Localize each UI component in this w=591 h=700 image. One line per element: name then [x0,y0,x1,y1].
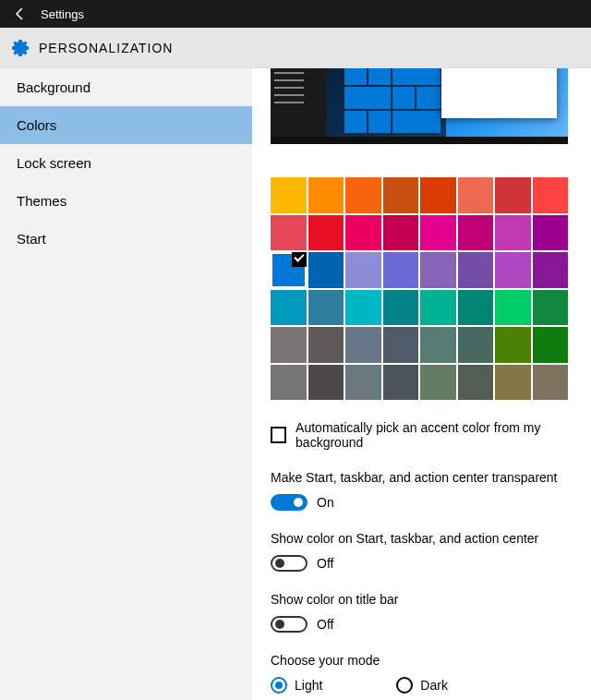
auto-pick-checkbox[interactable] [271,427,286,443]
sidebar: BackgroundColorsLock screenThemesStart [0,68,252,700]
radio-label: Dark [420,678,448,693]
color-swatch-grid [271,177,568,400]
color-swatch[interactable] [533,365,569,401]
color-swatch[interactable] [458,290,494,326]
color-swatch[interactable] [383,215,419,251]
color-swatch[interactable] [533,252,569,288]
color-swatch[interactable] [420,252,456,288]
color-swatch[interactable] [271,327,307,363]
sidebar-item-start[interactable]: Start [0,220,252,258]
color-swatch[interactable] [271,177,307,213]
color-swatch[interactable] [533,215,569,251]
color-swatch[interactable] [495,365,531,401]
color-swatch[interactable] [383,327,419,363]
show-color-toggle[interactable] [271,555,308,572]
color-swatch[interactable] [383,290,419,326]
color-swatch[interactable] [458,252,494,288]
color-swatch[interactable] [345,215,381,251]
color-swatch[interactable] [271,290,307,326]
toggle-state: On [317,495,334,510]
color-swatch[interactable] [345,365,381,401]
color-swatch[interactable] [495,177,531,213]
page-title: PERSONALIZATION [39,41,173,55]
color-swatch[interactable] [271,215,307,251]
color-swatch[interactable] [308,215,344,251]
color-swatch[interactable] [308,327,344,363]
mode-setting: Choose your mode LightDark [271,653,591,694]
color-swatch[interactable] [271,252,307,288]
page-header: PERSONALIZATION [0,28,591,68]
show-color-setting: Show color on Start, taskbar, and action… [271,531,591,572]
color-swatch[interactable] [308,252,344,288]
theme-preview [271,68,568,144]
color-swatch[interactable] [458,365,494,401]
color-swatch[interactable] [420,215,456,251]
setting-title: Show color on Start, taskbar, and action… [271,531,591,546]
toggle-state: Off [317,556,333,571]
mode-radio-group: LightDark [271,677,591,694]
back-button[interactable] [7,1,33,27]
color-swatch[interactable] [495,252,531,288]
arrow-left-icon [13,6,28,21]
color-swatch[interactable] [383,252,419,288]
sidebar-item-themes[interactable]: Themes [0,182,252,220]
auto-pick-label: Automatically pick an accent color from … [296,420,591,450]
color-swatch[interactable] [345,177,381,213]
window-title: Settings [41,7,84,21]
color-swatch[interactable] [420,327,456,363]
color-swatch[interactable] [458,215,494,251]
gear-icon [11,39,30,57]
color-swatch[interactable] [345,290,381,326]
radio-icon [396,677,413,694]
color-swatch[interactable] [420,290,456,326]
color-swatch[interactable] [271,365,307,401]
setting-title: Make Start, taskbar, and action center t… [271,470,591,485]
content: BackgroundColorsLock screenThemesStart [0,68,591,700]
color-swatch[interactable] [495,327,531,363]
color-swatch[interactable] [458,327,494,363]
color-swatch[interactable] [420,177,456,213]
color-swatch[interactable] [458,177,494,213]
color-swatch[interactable] [533,327,569,363]
radio-label: Light [295,678,322,693]
transparent-setting: Make Start, taskbar, and action center t… [271,470,591,511]
color-swatch[interactable] [308,365,344,401]
setting-title: Choose your mode [271,653,591,668]
color-swatch[interactable] [383,177,419,213]
sidebar-item-background[interactable]: Background [0,68,252,106]
setting-title: Show color on title bar [271,592,591,607]
settings-pane: Automatically pick an accent color from … [252,68,591,700]
radio-icon [271,677,287,694]
transparent-toggle[interactable] [271,494,308,511]
color-swatch[interactable] [345,327,381,363]
color-swatch[interactable] [533,177,569,213]
color-swatch[interactable] [420,365,456,401]
titlebar: Settings [0,0,591,28]
titlebar-color-setting: Show color on title bar Off [271,592,591,633]
color-swatch[interactable] [308,177,344,213]
color-swatch[interactable] [495,215,531,251]
sidebar-item-colors[interactable]: Colors [0,106,252,144]
color-swatch[interactable] [495,290,531,326]
color-swatch[interactable] [308,290,344,326]
auto-pick-row: Automatically pick an accent color from … [271,420,591,450]
mode-option-dark[interactable]: Dark [396,677,448,694]
titlebar-color-toggle[interactable] [271,616,308,633]
sidebar-item-lock-screen[interactable]: Lock screen [0,144,252,182]
mode-option-light[interactable]: Light [271,677,322,694]
toggle-state: Off [317,617,333,632]
color-swatch[interactable] [345,252,381,288]
color-swatch[interactable] [383,365,419,401]
color-swatch[interactable] [533,290,569,326]
